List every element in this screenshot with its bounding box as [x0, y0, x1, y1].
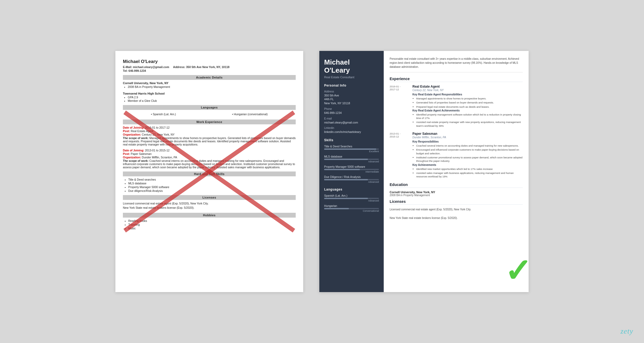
- exp-ach-title-1: Key Real Estate Agent Achievements: [412, 109, 523, 112]
- work-date-2: 2013-01 to 2015-12: [145, 149, 170, 152]
- email-value: michael.oleary@gmail.com: [324, 121, 379, 125]
- licenses-title: Licenses: [390, 199, 523, 205]
- skill-1: Title & Deed searches: [128, 178, 296, 181]
- exp-date-1: 2016-01 - 2017-12: [390, 85, 412, 128]
- lang-bar-2: Hungarian Conversational: [324, 204, 379, 212]
- work-date-label-1: Date of Joining:: [123, 126, 144, 129]
- address-value: 350 5th Ave 44th FL New York, NY 10118: [324, 94, 379, 105]
- work-section-header: Work Experience: [123, 120, 296, 124]
- work-scope-label-1: The scope of work:: [123, 136, 149, 140]
- exp-ach-list-2: Identified new market opportunities whic…: [416, 167, 523, 178]
- resume-sidebar: MichaelO'Leary Real Estate Consultant Pe…: [319, 51, 384, 292]
- work-org-label-1: Organization:: [123, 133, 141, 136]
- phone-label: Phone: [324, 107, 379, 110]
- work-post-label-2: Post:: [123, 152, 130, 155]
- phone-value: 646-999-1234: [324, 111, 379, 115]
- work-entry-1: Date of Joining: 2016-01 to 2017-12 Post…: [123, 126, 296, 146]
- lang-2: Hungarian (conversational): [234, 113, 268, 116]
- exp-date-2: 2013-01 - 2015-12: [390, 132, 412, 179]
- experience-title: Experience: [390, 77, 523, 82]
- licenses-text: Licensed commercial real estate agent (E…: [390, 207, 523, 220]
- exp-title-2: Paper Salesman: [412, 132, 523, 136]
- skill-bar-3: Property Manager 5000 software Intermedi…: [324, 165, 379, 173]
- linkedin-value: linkedin.com/in/michaeloleary: [324, 130, 379, 134]
- edu-item-2b: Member of a Glee Club: [128, 99, 296, 102]
- bad-email: E-Mail: michael.oleary@gmail.com Address…: [123, 65, 296, 69]
- edu-school-2: Townsend Harris High School: [123, 92, 296, 95]
- skill-bar-1: Title & Deed Searches Excellent: [324, 145, 379, 153]
- work-scope-2: Coached several interns on accounting du…: [123, 159, 295, 169]
- hobby-3: Music: [128, 227, 296, 230]
- work-org-2: Dunder Mifflin, Scranton, PA: [142, 156, 177, 159]
- exp-ach-list-1: Identified property management software …: [416, 113, 523, 128]
- zety-logo: zety: [620, 327, 633, 335]
- languages-section-header: Languages: [123, 105, 296, 110]
- edu-item-1: 2008 BA in Property Management: [128, 85, 296, 88]
- summary: Personable real estate consultant with 3…: [390, 57, 523, 72]
- education-title: Education: [390, 182, 523, 188]
- bad-resume: Michael O'Leary E-Mail: michael.oleary@g…: [115, 51, 303, 292]
- edu-school-1: Cornell University, New York, NY: [123, 81, 296, 85]
- work-post-1: Real Estate Agent: [131, 129, 153, 133]
- email-label: E-mail: [324, 117, 379, 120]
- work-date-1: 2016-01 to 2017-12: [145, 126, 170, 129]
- bad-name: Michael O'Leary: [123, 59, 296, 64]
- personal-info-title: Personal Info: [324, 84, 379, 87]
- exp-entry-1: 2016-01 - 2017-12 Real Estate Agent Cent…: [390, 85, 523, 128]
- lang-1: Spanish (Lat. Am.): [153, 113, 176, 116]
- address-label: Address: [324, 90, 379, 93]
- hobby-1: Reading books: [128, 219, 296, 222]
- edu-entry-1: Cornell University, New York, NY 2008 BA…: [390, 191, 523, 197]
- skill-2: MLS database: [128, 182, 296, 185]
- work-date-label-2: Date of Joining:: [123, 149, 144, 152]
- work-post-label-1: Post:: [123, 129, 130, 133]
- exp-company-1: Century 22, New York, NY: [412, 89, 523, 92]
- work-scope-1: Managed appointments to show homes to pr…: [123, 136, 296, 146]
- skill-4: Due diligence/Risk Analysis: [128, 189, 296, 192]
- good-name: MichaelO'Leary: [324, 58, 379, 74]
- exp-resp-title-1: Key Real Estate Agent Responsibilities: [412, 93, 523, 96]
- exp-resp-list-1: Managed appointments to show homes to pr…: [416, 97, 523, 109]
- good-resume: MichaelO'Leary Real Estate Consultant Pe…: [319, 51, 529, 292]
- edu-item-2a: GPA 2.9: [128, 96, 296, 99]
- hobbies-list: Reading books Traveling Music: [128, 219, 296, 230]
- exp-title-1: Real Estate Agent: [412, 85, 523, 88]
- languages-title: Languages: [324, 188, 379, 191]
- exp-company-2: Dunder Mifflin, Scranton, PA: [412, 136, 523, 139]
- exp-resp-title-2: Key Responsibilities: [412, 140, 523, 143]
- good-title: Real Estate Consultant: [324, 76, 379, 79]
- lang-bar-1: Spanish (Lat. Am.) Advanced: [324, 194, 379, 202]
- hobbies-section-header: Hobbies: [123, 213, 296, 218]
- languages-row: • Spanish (Lat. Am.) • Hungarian (conver…: [123, 111, 296, 117]
- skill-3: Property Manager 5000 software: [128, 185, 296, 189]
- exp-ach-title-2: Key Achievements: [412, 163, 523, 166]
- work-scope-label-2: The scope of work:: [123, 159, 149, 162]
- academic-section-header: Academic Details: [123, 75, 296, 80]
- work-org-1: Century 22, New York, NY: [142, 133, 175, 136]
- exp-resp-list-2: Coached several interns on accounting du…: [416, 144, 523, 163]
- work-post-2: Paper Salesman: [131, 152, 152, 155]
- bad-tel: Tel: 646-999-1234: [123, 69, 296, 72]
- skill-bar-4: Due Diligence / Risk Analysis Advanced: [324, 175, 379, 183]
- skills-list: Title & Deed searches MLS database Prope…: [128, 178, 296, 192]
- work-entry-2: Date of Joining: 2013-01 to 2015-12 Post…: [123, 149, 296, 169]
- linkedin-label: Linkedin: [324, 126, 379, 129]
- resume-main: Personable real estate consultant with 3…: [384, 51, 529, 292]
- skills-title: Skills: [324, 138, 379, 142]
- skill-bar-2: MLS database Advanced: [324, 155, 379, 163]
- licenses-text: Licensed commercial real estate agent (E…: [123, 202, 296, 210]
- licenses-section-header: Licenses: [123, 195, 296, 200]
- work-org-label-2: Organization:: [123, 156, 141, 159]
- hobby-2: Traveling: [128, 223, 296, 226]
- skills-section-header: Hard and Soft Skills: [123, 172, 296, 176]
- exp-entry-2: 2013-01 - 2015-12 Paper Salesman Dunder …: [390, 132, 523, 179]
